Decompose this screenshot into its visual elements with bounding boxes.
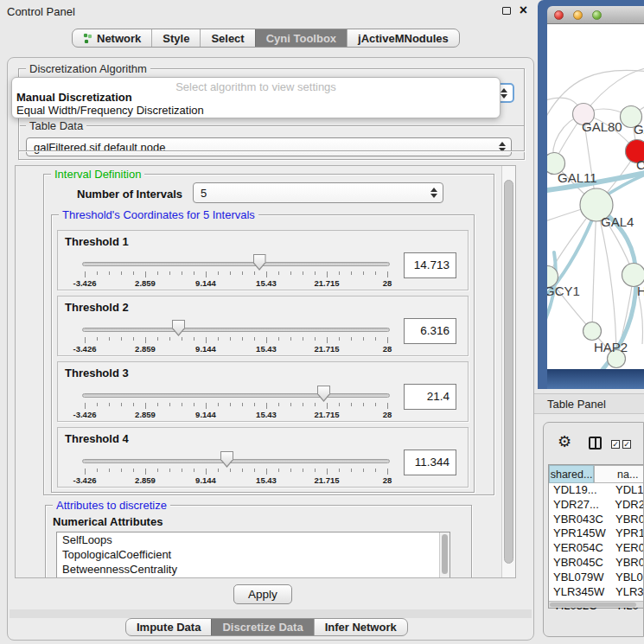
threshold-slider-thumb[interactable]	[172, 320, 185, 336]
column-header-name[interactable]: na...	[594, 465, 644, 483]
gear-icon[interactable]: ⚙	[558, 434, 571, 450]
threshold-value-field[interactable]: 14.713	[404, 252, 456, 278]
table-row[interactable]: YBR045CYBR0	[549, 556, 644, 571]
tick-mark	[206, 469, 207, 475]
tick-label: 21.715	[314, 410, 339, 419]
settings-scrollbar[interactable]	[501, 166, 515, 577]
table-row[interactable]: YER054CYER0	[549, 541, 644, 556]
number-of-intervals-select[interactable]: 5	[193, 182, 443, 203]
checkbox-icon[interactable]: ✓	[622, 440, 631, 449]
tick-label: 15.43	[256, 475, 277, 485]
interval-definition-group: Interval Definition Number of Intervals …	[43, 174, 494, 495]
tick-mark	[266, 337, 267, 343]
tab-style[interactable]: Style	[151, 29, 200, 47]
tab-label: Infer Network	[325, 621, 397, 634]
threshold-slider-track[interactable]	[82, 328, 390, 332]
minimize-traffic-light-icon[interactable]	[573, 10, 583, 20]
threshold-value-field[interactable]: 11.344	[404, 450, 456, 475]
group-title: Interval Definition	[51, 168, 144, 181]
tick-mark	[121, 337, 122, 341]
threshold-slider-thumb[interactable]	[253, 254, 266, 271]
threshold-panel-1: Threshold 1-3.4262.8599.14415.4321.71528…	[57, 230, 469, 290]
panel-title: Control Panel	[7, 5, 75, 18]
tab-impute-data[interactable]: Impute Data	[126, 619, 211, 635]
tab-discretize-data[interactable]: Discretize Data	[211, 619, 313, 635]
dropdown-hint: Select algorithm to view settings	[12, 78, 500, 91]
tab-jactivemnodules[interactable]: jActiveMNodules	[347, 29, 459, 47]
tick-mark	[339, 271, 340, 275]
tab-cyni-toolbox[interactable]: Cyni Toolbox	[255, 29, 347, 47]
tick-mark	[218, 469, 219, 472]
tick-mark	[290, 469, 291, 472]
group-title: Threshold's Coordinates for 5 Intervals	[59, 208, 258, 221]
tick-mark	[315, 403, 316, 406]
group-title: Attributes to discretize	[53, 499, 170, 512]
table-row[interactable]: YDR27...YDR2	[549, 498, 644, 513]
table-row[interactable]: YLR345WYLR3	[549, 585, 644, 600]
tick-mark	[242, 403, 243, 406]
network-window-frame-bottom	[547, 369, 644, 389]
threshold-value-field[interactable]: 21.4	[404, 384, 456, 410]
tick-mark	[218, 337, 219, 341]
threshold-slider-track[interactable]	[82, 262, 390, 266]
apply-button[interactable]: Apply	[233, 584, 292, 604]
tick-mark	[182, 403, 182, 406]
tick-mark	[109, 271, 110, 275]
list-item-betweennesscentrality[interactable]: BetweennessCentrality	[57, 562, 450, 577]
tick-mark	[242, 271, 243, 275]
threshold-label: Threshold 3	[65, 367, 129, 379]
number-of-intervals-label: Number of Intervals	[77, 188, 182, 201]
table-row[interactable]: YDL19...YDL1	[549, 483, 644, 498]
close-traffic-light-icon[interactable]	[554, 10, 564, 20]
node-hap2[interactable]	[583, 322, 602, 341]
zoom-traffic-light-icon[interactable]	[592, 10, 602, 20]
threshold-slider-track[interactable]	[82, 393, 390, 398]
tick-label: -3.426	[73, 475, 97, 485]
cell-name: YLR3	[609, 585, 644, 600]
tab-network[interactable]: Network	[73, 29, 151, 47]
list-item-topologicalcoefficient[interactable]: TopologicalCoefficient	[57, 547, 450, 562]
tick-label: -3.426	[73, 410, 97, 419]
panel-bottom-strip	[10, 609, 532, 618]
tab-infer-network[interactable]: Infer Network	[314, 619, 407, 635]
table-panel-titlebar: Table Panel	[534, 393, 644, 414]
table-row[interactable]: YPR145WYPR1	[549, 526, 644, 541]
tick-mark	[339, 469, 340, 472]
scrollbar-thumb[interactable]	[550, 603, 636, 607]
node-label-hap2: HAP2	[594, 340, 628, 354]
list-scrollbar[interactable]	[439, 532, 450, 578]
tick-mark	[230, 271, 231, 275]
columns-icon[interactable]	[589, 437, 602, 450]
threshold-slider-track[interactable]	[82, 459, 390, 463]
scrollbar-thumb[interactable]	[504, 180, 513, 564]
tick-mark	[266, 403, 267, 409]
tick-mark	[85, 337, 86, 343]
list-item-selfloops[interactable]: SelfLoops	[57, 532, 450, 547]
tick-label: 9.144	[195, 410, 216, 419]
threshold-panel-2: Threshold 2-3.4262.8599.14415.4321.71528…	[57, 296, 469, 356]
network-window: GAL80 GA C GAL11 GAL4 GCY1 H HAP2	[538, 0, 644, 389]
tab-select[interactable]: Select	[200, 29, 254, 47]
tick-label: 2.859	[135, 475, 156, 485]
tick-mark	[290, 403, 291, 406]
threshold-slider-thumb[interactable]	[220, 451, 233, 468]
tab-label: Impute Data	[137, 621, 201, 634]
network-canvas[interactable]: GAL80 GA C GAL11 GAL4 GCY1 H HAP2	[547, 24, 644, 369]
tick-mark	[363, 469, 364, 472]
network-window-titlebar[interactable]	[547, 6, 644, 24]
tick-mark	[169, 469, 170, 472]
number-of-intervals-value: 5	[201, 187, 207, 200]
float-window-icon[interactable]	[502, 7, 511, 15]
thresholds-group: Threshold's Coordinates for 5 Intervals …	[51, 214, 475, 493]
table-row[interactable]: YBL079WYBL0	[549, 571, 644, 585]
threshold-slider-thumb[interactable]	[317, 386, 330, 402]
tick-label: 9.144	[195, 475, 216, 485]
table-row[interactable]: YBR043CYBR0	[549, 513, 644, 527]
checkbox-icon[interactable]: ✓	[611, 440, 620, 449]
column-header-shared-name[interactable]: shared...	[549, 465, 594, 483]
dropdown-option-equal-width[interactable]: Equal Width/Frequency Discretization	[12, 104, 500, 117]
table-horizontal-scrollbar[interactable]	[549, 601, 644, 608]
threshold-value-field[interactable]: 6.316	[404, 318, 456, 344]
cell-shared-name: YPR145W	[549, 526, 609, 541]
close-icon[interactable]: ×	[520, 3, 527, 18]
